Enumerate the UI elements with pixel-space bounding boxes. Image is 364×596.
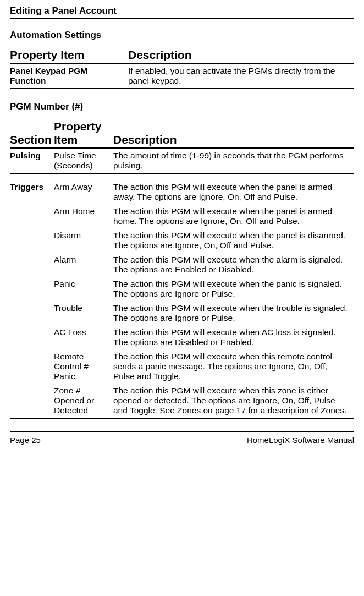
cell-section <box>10 277 54 301</box>
table-row: Panel Keypad PGM Function If enabled, yo… <box>10 63 354 89</box>
cell-property: Zone # Opened or Detected <box>54 384 113 418</box>
table-row: Zone # Opened or Detected The action thi… <box>10 384 354 418</box>
col-section: Section <box>10 118 54 148</box>
cell-description: The action this PGM will execute when th… <box>113 301 354 325</box>
cell-section <box>10 301 54 325</box>
cell-section: Pulsing <box>10 148 54 173</box>
col-property: Property Item <box>10 46 128 63</box>
footer-page: Page 25 <box>10 435 41 445</box>
cell-section: Triggers <box>10 180 54 204</box>
table-row: Arm Home The action this PGM will execut… <box>10 204 354 228</box>
table-row: Triggers Arm Away The action this PGM wi… <box>10 180 354 204</box>
pgm-heading: PGM Number (#) <box>10 101 354 112</box>
cell-property: Arm Away <box>54 180 113 204</box>
table-row: Pulsing Pulse Time (Seconds) The amount … <box>10 148 354 173</box>
cell-description: The action this PGM will execute when th… <box>113 384 354 418</box>
cell-section <box>10 384 54 418</box>
cell-property: Arm Home <box>54 204 113 228</box>
spacer <box>10 173 354 180</box>
cell-description: The action this PGM will execute when AC… <box>113 325 354 349</box>
cell-section <box>10 228 54 253</box>
table-row: AC Loss The action this PGM will execute… <box>10 325 354 349</box>
pgm-table: Section Property Item Description Pulsin… <box>10 118 354 419</box>
cell-description: If enabled, you can activate the PGMs di… <box>128 63 354 89</box>
cell-property: AC Loss <box>54 325 113 349</box>
cell-description: The action this PGM will execute when th… <box>113 349 354 384</box>
cell-property: Alarm <box>54 253 113 277</box>
cell-property: Pulse Time (Seconds) <box>54 148 113 173</box>
cell-property: Remote Control # Panic <box>54 349 113 384</box>
cell-property: Panic <box>54 277 113 301</box>
page-title: Editing a Panel Account <box>10 6 354 19</box>
col-property: Property Item <box>54 118 113 148</box>
page-footer: Page 25 HomeLogiX Software Manual <box>10 432 354 445</box>
cell-description: The action this PGM will execute when th… <box>113 180 354 204</box>
table-row: Panic The action this PGM will execute w… <box>10 277 354 301</box>
cell-section <box>10 325 54 349</box>
cell-property: Disarm <box>54 228 113 253</box>
cell-section <box>10 349 54 384</box>
cell-description: The amount of time (1-99) in seconds tha… <box>113 148 354 173</box>
table-row: Trouble The action this PGM will execute… <box>10 301 354 325</box>
cell-description: The action this PGM will execute when th… <box>113 253 354 277</box>
table-row: Remote Control # Panic The action this P… <box>10 349 354 384</box>
footer-manual: HomeLogiX Software Manual <box>247 435 354 445</box>
table-row: Disarm The action this PGM will execute … <box>10 228 354 253</box>
cell-property: Panel Keypad PGM Function <box>10 63 128 89</box>
cell-property: Trouble <box>54 301 113 325</box>
cell-section <box>10 253 54 277</box>
automation-heading: Automation Settings <box>10 30 354 41</box>
automation-table: Property Item Description Panel Keypad P… <box>10 46 354 89</box>
col-description: Description <box>128 46 354 63</box>
col-description: Description <box>113 118 354 148</box>
table-row: Alarm The action this PGM will execute w… <box>10 253 354 277</box>
cell-description: The action this PGM will execute when th… <box>113 204 354 228</box>
cell-section <box>10 204 54 228</box>
cell-description: The action this PGM will execute when th… <box>113 277 354 301</box>
cell-description: The action this PGM will execute when th… <box>113 228 354 253</box>
